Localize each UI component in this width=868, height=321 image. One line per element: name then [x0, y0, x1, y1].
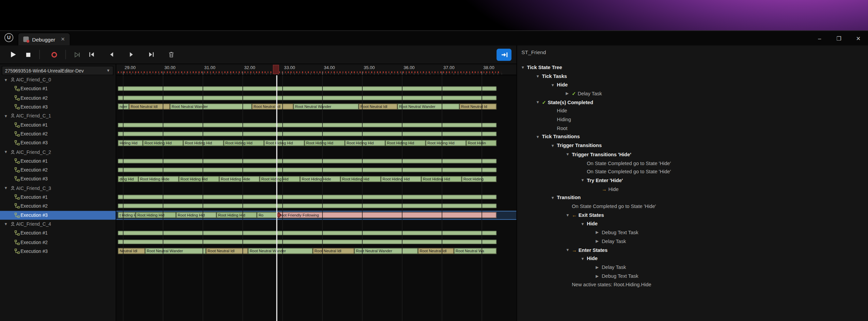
caret-down-icon[interactable]: ▼	[3, 114, 9, 118]
state-tree-node[interactable]: On State Completed go to State 'Hide'	[517, 159, 868, 167]
timeline-segment[interactable]: Root Neutral Idl	[206, 248, 248, 254]
instance-row[interactable]: ▼AIC_Friend_C_3	[0, 183, 116, 192]
stop-button[interactable]	[21, 47, 35, 62]
caret-down-icon[interactable]: ▼	[551, 83, 557, 86]
execution-row[interactable]: Execution #1	[0, 121, 116, 129]
timeline-segment[interactable]: Ro	[257, 212, 277, 218]
timeline-segment[interactable]: Root Hiding Hid	[176, 212, 217, 218]
next-frame-button[interactable]	[144, 47, 158, 62]
caret-down-icon[interactable]: ▼	[566, 248, 572, 252]
execution-row[interactable]: Execution #2	[0, 93, 116, 102]
execution-row[interactable]: Execution #3	[0, 102, 116, 111]
state-tree-node[interactable]: New active states: Root.Hiding.Hide	[517, 280, 868, 289]
goto-playhead-button[interactable]	[496, 48, 511, 61]
caret-down-icon[interactable]: ▼	[3, 186, 9, 190]
timeline-bar[interactable]	[118, 159, 496, 163]
execution-row[interactable]: Execution #1	[0, 229, 116, 238]
caret-down-icon[interactable]: ▼	[581, 178, 587, 182]
timeline-bar[interactable]	[118, 204, 496, 208]
tab-close-icon[interactable]: ✕	[61, 36, 65, 42]
session-selector[interactable]: 2759693516-Win64-UnrealEditor-Dev ▼	[2, 66, 113, 75]
caret-down-icon[interactable]: ▼	[581, 257, 587, 260]
execution-row[interactable]: Execution #3	[0, 211, 116, 220]
timeline-bar[interactable]	[118, 195, 496, 199]
state-tree-node[interactable]: ▼Hide	[517, 220, 868, 228]
timeline-segment[interactable]: Hiding Hid	[118, 140, 143, 146]
timeline-segment[interactable]: Root Neutral Wander	[170, 104, 252, 110]
timeline-segment[interactable]: Root Hiding	[462, 176, 496, 182]
playhead[interactable]	[276, 75, 277, 321]
timeline-segment[interactable]: Root Neutral Wander	[294, 104, 359, 110]
minimize-button[interactable]: –	[810, 31, 829, 45]
state-tree-node[interactable]: On State Completed go to State 'Hide'	[517, 202, 868, 211]
timeline-bar[interactable]	[118, 96, 496, 100]
instance-row[interactable]: ▼AIC_Friend_C_1	[0, 111, 116, 120]
instance-row[interactable]: ▼AIC_Friend_C_2	[0, 147, 116, 156]
state-tree-node[interactable]: ▶Delay Task	[517, 237, 868, 246]
caret-down-icon[interactable]: ▼	[551, 144, 557, 147]
timeline-segment[interactable]: Root Hiding Hid	[304, 140, 345, 146]
timeline-segment[interactable]: Root Neutral Wander	[354, 248, 418, 254]
timeline-segment[interactable]: Root Hiding Hide	[138, 176, 179, 182]
close-button[interactable]: ✕	[849, 31, 868, 45]
caret-down-icon[interactable]: ▼	[3, 150, 9, 154]
step-back-button[interactable]	[104, 47, 119, 62]
execution-row[interactable]: Execution #2	[0, 238, 116, 246]
state-tree-node[interactable]: ▼Hide	[517, 80, 868, 89]
timeline-segment[interactable]: Root Hiding Hid	[341, 176, 381, 182]
state-tree-node[interactable]: ▼Try Enter 'Hide'	[517, 176, 868, 185]
timeline-segment[interactable]: Root Hiding Hide	[219, 176, 260, 182]
timeline-ruler[interactable]: 29.0030.0031.0032.0033.0034.0035.0036.00…	[116, 64, 516, 76]
caret-right-icon[interactable]: ▶	[566, 91, 572, 96]
execution-row[interactable]: Execution #3	[0, 247, 116, 256]
scrub-marker[interactable]	[273, 65, 279, 74]
state-tree-node[interactable]: ▼Trigger Transitions	[517, 141, 868, 150]
timeline-segment[interactable]: Root Hiding Hid	[179, 176, 219, 182]
timeline-segment[interactable]: Root Neutral Idl	[313, 248, 354, 254]
timeline-bar[interactable]	[118, 168, 496, 172]
caret-down-icon[interactable]: ▼	[521, 65, 527, 69]
timeline-segment[interactable]: Root Neutral Idl	[129, 104, 170, 110]
timeline-segment[interactable]: Root Hiding Hid	[385, 140, 426, 146]
state-tree-node[interactable]: →Hide	[517, 185, 868, 194]
state-tree-node[interactable]: ▼←Exit States	[517, 211, 868, 220]
timeline-segment[interactable]: Root Hiding Hid	[381, 176, 421, 182]
state-tree-node[interactable]: ▶Debug Text Task	[517, 228, 868, 237]
timeline-bar[interactable]	[118, 86, 496, 91]
state-tree-node[interactable]: ▼✓State(s) Completed	[517, 98, 868, 107]
timeline[interactable]: 29.0030.0031.0032.0033.0034.0035.0036.00…	[116, 64, 516, 321]
caret-down-icon[interactable]: ▼	[3, 78, 9, 82]
state-tree-node[interactable]: Hide	[517, 107, 868, 115]
timeline-segment[interactable]: Root Friendly Following	[277, 212, 496, 218]
caret-right-icon[interactable]: ▶	[596, 239, 602, 243]
resume-button[interactable]	[70, 47, 84, 62]
caret-down-icon[interactable]: ▼	[581, 222, 587, 226]
timeline-segment[interactable]: t Hiding Hid	[118, 212, 136, 218]
state-tree-node[interactable]: ▼Transition	[517, 193, 868, 202]
timeline-segment[interactable]: Root Hiding Hid	[259, 176, 300, 182]
timeline-segment[interactable]: Root Hiding Hid	[183, 140, 224, 146]
timeline-segment[interactable]: Root Neutral Id	[459, 104, 496, 110]
state-tree-node[interactable]: ▼Hide	[517, 254, 868, 263]
execution-row[interactable]: Execution #1	[0, 157, 116, 165]
timeline-segment[interactable]: Root Neutral Idl	[418, 248, 454, 254]
caret-down-icon[interactable]: ▼	[566, 153, 572, 156]
state-tree-node[interactable]: ▶Debug Text Task	[517, 272, 868, 280]
timeline-segment[interactable]: Root Neutral Wander	[145, 248, 206, 254]
caret-down-icon[interactable]: ▼	[551, 196, 557, 199]
record-button[interactable]	[47, 47, 61, 62]
instance-row[interactable]: ▼AIC_Friend_C_4	[0, 220, 116, 228]
caret-down-icon[interactable]: ▼	[536, 74, 542, 78]
state-tree-node[interactable]: ▼Trigger Transitions 'Hide'	[517, 150, 868, 159]
tab-debugger[interactable]: Debugger ✕	[18, 33, 70, 45]
timeline-segment[interactable]: ding Hid	[118, 176, 138, 182]
timeline-segment[interactable]: Root Neutral Wa	[454, 248, 496, 254]
clear-button[interactable]	[164, 47, 178, 62]
caret-right-icon[interactable]: ▶	[596, 230, 602, 235]
state-tree-node[interactable]: Hiding	[517, 115, 868, 124]
maximize-button[interactable]: ❐	[829, 31, 849, 45]
timeline-segment[interactable]: Root Hiding Hid	[224, 140, 264, 146]
execution-row[interactable]: Execution #2	[0, 202, 116, 210]
state-tree-node[interactable]: Root	[517, 124, 868, 133]
caret-down-icon[interactable]: ▼	[566, 213, 572, 217]
